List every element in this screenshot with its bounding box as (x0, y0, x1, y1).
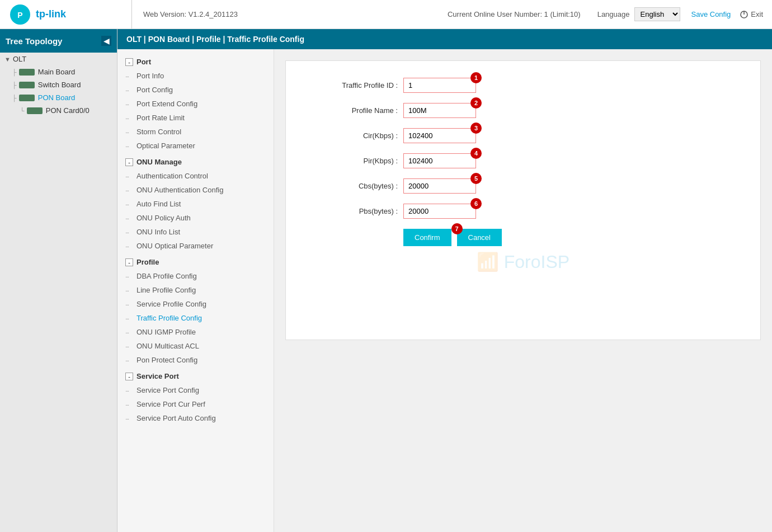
badge-6: 6 (470, 198, 482, 209)
nav-item-service-port-cur-perf[interactable]: Service Port Cur Perf (117, 397, 274, 411)
input-profile-name[interactable] (403, 103, 476, 118)
pon-card-label: PON Card0/0 (46, 106, 90, 115)
input-wrapper-pbs-bytes: 6 (403, 204, 476, 219)
content-area: OLT | PON Board | Profile | Traffic Prof… (117, 29, 772, 532)
nav-item-auto-find-list[interactable]: Auto Find List (117, 197, 274, 211)
tree-node-olt[interactable]: ▼ OLT (0, 53, 117, 65)
nav-item-onu-info-list[interactable]: ONU Info List (117, 225, 274, 239)
nav-item-port-info[interactable]: Port Info (117, 69, 274, 83)
cancel-button[interactable]: Cancel (457, 229, 502, 246)
nav-item-onu-igmp-profile[interactable]: ONU IGMP Profile (117, 325, 274, 339)
input-traffic-profile-id[interactable] (403, 78, 476, 93)
nav-item-storm-control[interactable]: Storm Control (117, 125, 274, 139)
input-wrapper-cir-kbps: 3 (403, 128, 476, 143)
exit-label: Exit (751, 10, 763, 18)
form-row-pir-kbps: Pir(Kbps) : 4 (308, 153, 738, 168)
nav-item-service-port-auto-config[interactable]: Service Port Auto Config (117, 411, 274, 425)
main-board-label: Main Board (38, 68, 75, 76)
profile-section-label: Profile (136, 258, 159, 266)
confirm-wrapper: Confirm 7 (403, 229, 457, 246)
nav-item-authentication-control[interactable]: Authentication Control (117, 169, 274, 183)
watermark: 📶 ForoISP (477, 251, 569, 272)
service-port-expand-icon: - (125, 373, 133, 380)
confirm-button[interactable]: Confirm (403, 229, 451, 246)
label-cbs-bytes: Cbs(bytes) : (308, 182, 398, 190)
label-pbs-bytes: Pbs(bytes) : (308, 207, 398, 215)
nav-item-optical-parameter[interactable]: Optical Parameter (117, 139, 274, 153)
logo-area: P tp-link (9, 0, 132, 29)
nav-item-dba-profile-config[interactable]: DBA Profile Config (117, 269, 274, 283)
main-layout: Tree Topology ◀ ▼ OLT ├ Main Board ├ Swi… (0, 29, 772, 532)
nav-section-profile: - Profile DBA Profile Config Line Profil… (117, 255, 274, 367)
form-panel: 📶 ForoISP Traffic Profile ID : 1 Profile (274, 49, 772, 532)
nav-item-service-profile-config[interactable]: Service Profile Config (117, 297, 274, 311)
wifi-icon: 📶 (477, 252, 499, 272)
input-wrapper-pir-kbps: 4 (403, 153, 476, 168)
pon-card-icon (27, 107, 43, 114)
logo-text: tp-link (36, 8, 66, 20)
badge-2: 2 (470, 97, 482, 109)
input-pbs-bytes[interactable] (403, 204, 476, 219)
sidebar-collapse-button[interactable]: ◀ (101, 36, 111, 46)
form-row-cir-kbps: Cir(Kbps) : 3 (308, 128, 738, 143)
nav-item-port-config[interactable]: Port Config (117, 83, 274, 97)
form-box: 📶 ForoISP Traffic Profile ID : 1 Profile (285, 60, 761, 340)
badge-4: 4 (470, 148, 482, 159)
tree-connector-main: ├ (12, 69, 17, 76)
language-label: Language (597, 10, 630, 18)
badge-5: 5 (470, 173, 482, 184)
switch-board-label: Switch Board (38, 81, 81, 89)
nav-item-service-port-config[interactable]: Service Port Config (117, 383, 274, 397)
input-wrapper-profile-name: 2 (403, 103, 476, 118)
nav-section-service-port-header[interactable]: - Service Port (117, 369, 274, 383)
profile-expand-icon: - (125, 258, 133, 266)
tree-connector-pon: ├ (12, 95, 17, 101)
olt-expand-icon: ▼ (4, 56, 11, 63)
nav-item-line-profile-config[interactable]: Line Profile Config (117, 283, 274, 297)
port-section-label: Port (136, 58, 151, 66)
nav-section-profile-header[interactable]: - Profile (117, 255, 274, 269)
label-traffic-profile-id: Traffic Profile ID : (308, 81, 398, 90)
nav-item-traffic-profile-config[interactable]: Traffic Profile Config (117, 311, 274, 325)
input-pir-kbps[interactable] (403, 153, 476, 168)
tree-connector-switch: ├ (12, 82, 17, 88)
sidebar-title: Tree Topology (6, 36, 62, 46)
tree-node-pon-card[interactable]: └ PON Card0/0 (0, 104, 117, 117)
nav-section-port-header[interactable]: - Port (117, 55, 274, 69)
main-board-icon (19, 69, 35, 76)
badge-3: 3 (470, 123, 482, 134)
svg-text:P: P (17, 11, 22, 20)
form-row-cbs-bytes: Cbs(bytes) : 5 (308, 178, 738, 194)
input-cbs-bytes[interactable] (403, 178, 476, 194)
pon-board-icon (19, 95, 35, 101)
olt-label: OLT (13, 55, 26, 63)
pon-board-label: PON Board (38, 93, 75, 102)
input-wrapper-traffic-profile-id: 1 (403, 78, 476, 93)
switch-board-icon (19, 82, 35, 88)
label-cir-kbps: Cir(Kbps) : (308, 131, 398, 140)
form-row-pbs-bytes: Pbs(bytes) : 6 (308, 204, 738, 219)
tree-node-switch-board[interactable]: ├ Switch Board (0, 78, 117, 91)
nav-section-onu-manage-header[interactable]: - ONU Manage (117, 155, 274, 169)
left-nav: - Port Port Info Port Config Port Extend… (117, 49, 274, 532)
exit-button[interactable]: Exit (740, 10, 763, 19)
save-config-link[interactable]: Save Config (691, 10, 731, 18)
tp-link-logo-icon: P (9, 3, 31, 26)
input-cir-kbps[interactable] (403, 128, 476, 143)
label-pir-kbps: Pir(Kbps) : (308, 157, 398, 165)
label-profile-name: Profile Name : (308, 106, 398, 115)
tree-node-pon-board[interactable]: ├ PON Board (0, 91, 117, 104)
language-area: Language English Chinese (597, 7, 680, 21)
sidebar-header: Tree Topology ◀ (0, 29, 117, 53)
nav-item-port-rate-limit[interactable]: Port Rate Limit (117, 111, 274, 125)
nav-section-onu-manage: - ONU Manage Authentication Control ONU … (117, 155, 274, 253)
nav-item-onu-authentication-config[interactable]: ONU Authentication Config (117, 183, 274, 197)
nav-item-port-extend-config[interactable]: Port Extend Config (117, 97, 274, 111)
language-select[interactable]: English Chinese (634, 7, 680, 21)
nav-item-onu-policy-auth[interactable]: ONU Policy Auth (117, 211, 274, 225)
nav-item-pon-protect-config[interactable]: Pon Protect Config (117, 353, 274, 367)
nav-item-onu-optical-parameter[interactable]: ONU Optical Parameter (117, 239, 274, 253)
port-expand-icon: - (125, 58, 133, 66)
tree-node-main-board[interactable]: ├ Main Board (0, 65, 117, 78)
nav-item-onu-multicast-acl[interactable]: ONU Multicast ACL (117, 339, 274, 353)
